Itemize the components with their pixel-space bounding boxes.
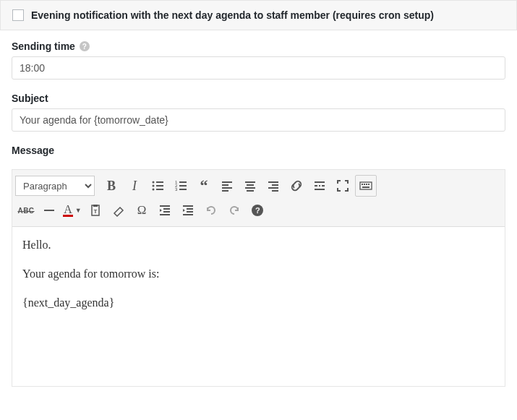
special-char-button[interactable]: Ω bbox=[131, 200, 153, 221]
sending-time-input[interactable] bbox=[12, 56, 505, 80]
clipboard-icon: T bbox=[88, 203, 103, 218]
editor: Paragraph B I 123 “ bbox=[12, 169, 505, 387]
align-center-icon bbox=[243, 179, 257, 193]
svg-rect-41 bbox=[163, 211, 170, 213]
redo-button[interactable] bbox=[223, 200, 245, 221]
svg-point-2 bbox=[153, 185, 155, 187]
panel-header-label: Evening notification with the next day a… bbox=[31, 9, 434, 21]
align-left-button[interactable] bbox=[216, 175, 238, 197]
indent-icon bbox=[181, 203, 195, 218]
svg-rect-46 bbox=[183, 214, 193, 215]
clear-formatting-button[interactable] bbox=[108, 200, 129, 221]
editor-toolbar: Paragraph B I 123 “ bbox=[12, 170, 505, 227]
svg-rect-12 bbox=[222, 181, 232, 183]
svg-rect-33 bbox=[368, 184, 369, 185]
svg-rect-1 bbox=[156, 181, 163, 183]
numbered-list-icon: 123 bbox=[174, 179, 188, 193]
svg-rect-11 bbox=[179, 189, 187, 190]
svg-rect-21 bbox=[272, 184, 278, 186]
svg-rect-35 bbox=[44, 210, 54, 211]
svg-rect-17 bbox=[247, 184, 254, 186]
sending-time-label-row: Sending time ? bbox=[12, 40, 505, 52]
bold-button[interactable]: B bbox=[101, 175, 122, 197]
editor-content[interactable]: Hello. Your agenda for tomorrow is: {nex… bbox=[12, 227, 505, 386]
hr-icon bbox=[42, 203, 56, 218]
undo-button[interactable] bbox=[200, 200, 222, 221]
indent-button[interactable] bbox=[177, 200, 199, 221]
align-left-icon bbox=[220, 179, 234, 193]
svg-rect-27 bbox=[322, 185, 325, 187]
italic-button[interactable]: I bbox=[124, 175, 145, 197]
svg-rect-13 bbox=[222, 184, 228, 186]
svg-rect-3 bbox=[156, 185, 163, 187]
strikethrough-button[interactable]: ABC bbox=[15, 200, 37, 221]
read-more-button[interactable] bbox=[309, 175, 330, 197]
svg-rect-16 bbox=[245, 181, 255, 183]
blockquote-button[interactable]: “ bbox=[193, 175, 215, 197]
svg-rect-7 bbox=[179, 181, 187, 183]
svg-rect-42 bbox=[160, 214, 170, 215]
svg-rect-30 bbox=[362, 184, 363, 185]
align-center-button[interactable] bbox=[239, 175, 261, 197]
svg-point-0 bbox=[153, 181, 155, 184]
align-right-button[interactable] bbox=[262, 175, 284, 197]
question-icon: ? bbox=[250, 203, 265, 218]
svg-rect-23 bbox=[272, 190, 278, 192]
sending-time-group: Sending time ? bbox=[12, 40, 505, 80]
fullscreen-icon bbox=[336, 179, 350, 193]
subject-label-row: Subject bbox=[12, 93, 505, 104]
eraser-icon bbox=[111, 203, 126, 218]
read-more-icon bbox=[312, 179, 327, 193]
message-group: Message bbox=[12, 145, 505, 156]
svg-rect-18 bbox=[245, 187, 255, 189]
svg-rect-40 bbox=[163, 208, 170, 210]
svg-text:?: ? bbox=[255, 206, 260, 215]
text-color-button[interactable]: A▼ bbox=[61, 200, 83, 221]
outdent-icon bbox=[158, 203, 172, 218]
svg-rect-9 bbox=[179, 185, 187, 187]
sending-time-label: Sending time bbox=[12, 40, 75, 52]
subject-label: Subject bbox=[12, 93, 48, 104]
numbered-list-button[interactable]: 123 bbox=[170, 175, 192, 197]
link-icon bbox=[289, 179, 304, 193]
svg-rect-19 bbox=[247, 190, 254, 192]
svg-rect-31 bbox=[364, 184, 365, 185]
toolbar-toggle-button[interactable] bbox=[355, 175, 377, 197]
svg-rect-28 bbox=[315, 189, 325, 190]
svg-rect-43 bbox=[183, 205, 193, 207]
svg-point-4 bbox=[153, 189, 155, 191]
svg-rect-20 bbox=[268, 181, 278, 183]
bullet-list-button[interactable] bbox=[147, 175, 168, 197]
toolbar-row-2: ABC A▼ T Ω bbox=[15, 198, 502, 223]
svg-rect-32 bbox=[366, 184, 367, 185]
svg-rect-39 bbox=[160, 205, 170, 207]
help-icon[interactable]: ? bbox=[80, 41, 90, 51]
svg-rect-37 bbox=[93, 205, 98, 207]
message-label-row: Message bbox=[12, 145, 505, 156]
redo-icon bbox=[227, 203, 242, 218]
outdent-button[interactable] bbox=[154, 200, 176, 221]
hr-button[interactable] bbox=[38, 200, 60, 221]
svg-text:3: 3 bbox=[175, 187, 178, 192]
subject-input[interactable] bbox=[12, 108, 505, 132]
svg-rect-29 bbox=[360, 182, 372, 189]
svg-rect-14 bbox=[222, 187, 232, 189]
bullet-list-icon bbox=[150, 179, 165, 193]
format-select[interactable]: Paragraph bbox=[15, 176, 95, 196]
svg-rect-5 bbox=[156, 189, 163, 190]
help-button[interactable]: ? bbox=[247, 200, 268, 221]
editor-paragraph: Your agenda for tomorrow is: bbox=[22, 267, 495, 280]
paste-text-button[interactable]: T bbox=[85, 200, 106, 221]
link-button[interactable] bbox=[286, 175, 307, 197]
editor-paragraph: {next_day_agenda} bbox=[22, 296, 495, 309]
svg-rect-45 bbox=[187, 211, 193, 213]
align-right-icon bbox=[266, 179, 281, 193]
svg-rect-22 bbox=[268, 187, 278, 189]
toolbar-row-1: Paragraph B I 123 “ bbox=[15, 173, 502, 198]
panel-header: Evening notification with the next day a… bbox=[0, 0, 517, 30]
svg-rect-34 bbox=[362, 187, 369, 188]
enable-notification-checkbox[interactable] bbox=[12, 9, 24, 21]
svg-rect-26 bbox=[319, 185, 320, 187]
svg-text:T: T bbox=[94, 208, 98, 215]
fullscreen-button[interactable] bbox=[332, 175, 354, 197]
